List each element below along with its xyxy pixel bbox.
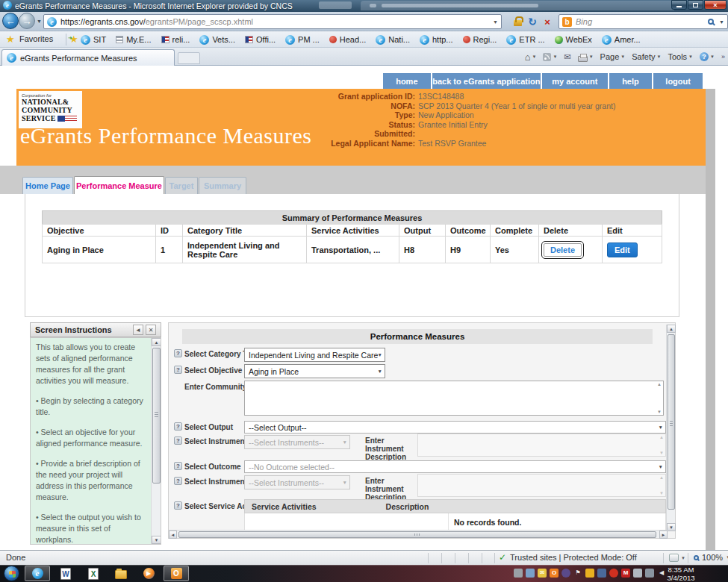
add-favorite-icon[interactable]: ★ xyxy=(69,34,78,45)
excel-icon: X xyxy=(88,568,99,580)
delete-button[interactable]: Delete xyxy=(544,243,582,257)
security-lock-icon[interactable] xyxy=(511,14,524,29)
print-button[interactable]: ▼ xyxy=(578,52,594,62)
taskbar-media-player-button[interactable]: ▶ xyxy=(136,566,161,581)
safety-menu[interactable]: Safety▼ xyxy=(632,52,661,61)
tray-action-center-flag-icon[interactable]: ⚑ xyxy=(573,569,582,578)
search-input[interactable]: b Bing ▼ xyxy=(559,14,728,29)
nav-home[interactable]: home xyxy=(383,73,431,89)
instrument-description-label: Enter Instrument Description xyxy=(365,436,414,461)
tab-performance-measure[interactable]: Performance Measure xyxy=(74,176,164,194)
favorites-star-icon[interactable]: ★ xyxy=(6,34,15,45)
help-icon: ? xyxy=(700,52,709,61)
favorites-label[interactable]: Favorites xyxy=(19,34,53,43)
objective-select[interactable]: Aging in Place xyxy=(244,364,385,378)
tray-app-icon[interactable] xyxy=(561,569,570,578)
back-button[interactable]: ← xyxy=(2,13,19,29)
tab-home-page[interactable]: Home Page xyxy=(22,177,73,194)
nav-back-to-egrants[interactable]: back to eGrants application xyxy=(432,73,541,89)
collapse-panel-icon[interactable]: ◄ xyxy=(133,325,143,335)
taskbar-explorer-button[interactable] xyxy=(108,566,134,581)
close-button[interactable]: × xyxy=(704,0,727,10)
read-mail-button[interactable]: ✉ xyxy=(564,52,570,62)
tray-clipboard-icon[interactable] xyxy=(633,569,642,578)
instructions-scrollbar[interactable]: ▲ ▼ xyxy=(151,338,161,544)
favorite-link[interactable]: eNati... xyxy=(376,35,410,45)
search-dropdown-icon[interactable]: ▼ xyxy=(719,19,724,25)
status-tools-button[interactable]: ▼ xyxy=(669,554,685,562)
tools-menu[interactable]: Tools▼ xyxy=(668,52,693,61)
help-tip-icon[interactable]: ? xyxy=(174,436,182,445)
page-menu[interactable]: Page▼ xyxy=(600,52,626,61)
address-input[interactable]: e https://egrants.cns.gov/egrantsPM/page… xyxy=(43,14,502,29)
edit-button[interactable]: Edit xyxy=(607,242,638,257)
recent-pages-dropdown-icon[interactable]: ▼ xyxy=(37,19,42,24)
favorite-link[interactable]: ehttp... xyxy=(420,35,453,45)
community-need-textarea[interactable] xyxy=(244,381,664,416)
form-vertical-scrollbar[interactable]: ▲ ▼ xyxy=(666,325,675,531)
nav-my-account[interactable]: my account xyxy=(542,73,608,89)
nav-help[interactable]: help xyxy=(609,73,653,89)
help-tip-icon[interactable]: ? xyxy=(174,501,182,510)
col-category-title: Category Title xyxy=(183,225,307,237)
search-magnifier-icon[interactable] xyxy=(708,19,714,25)
tray-lock-icon[interactable] xyxy=(585,569,594,578)
favorite-link[interactable]: eVets... xyxy=(199,35,235,45)
favorite-link[interactable]: WebEx xyxy=(555,35,592,44)
taskbar-ie-button[interactable]: e xyxy=(25,566,50,581)
output-select[interactable]: --Select Output-- xyxy=(244,421,666,434)
folder-icon xyxy=(115,570,127,579)
favorite-link[interactable]: eAmer... xyxy=(602,35,641,45)
favorite-link[interactable]: My.E... xyxy=(116,35,151,44)
outcome-select[interactable]: --No Outcome selected-- xyxy=(244,460,666,473)
help-button[interactable]: ?▼ xyxy=(700,52,715,61)
ie-icon: e xyxy=(376,35,385,45)
objective-label: Select Objective xyxy=(184,366,242,375)
category-select[interactable]: Independent Living and Respite Care xyxy=(244,348,385,362)
help-tip-icon[interactable]: ? xyxy=(174,366,182,374)
favorite-link[interactable]: Regi... xyxy=(463,35,497,44)
tray-outlook-icon[interactable]: O xyxy=(550,569,559,578)
minimize-button[interactable] xyxy=(671,0,687,10)
taskbar-outlook-button[interactable]: O xyxy=(164,566,189,581)
new-tab-button[interactable] xyxy=(178,52,200,64)
address-dropdown-icon[interactable]: ▼ xyxy=(493,19,498,25)
tray-mcafee-icon[interactable]: M xyxy=(621,569,630,578)
security-zone-text[interactable]: Trusted sites | Protected Mode: Off xyxy=(510,553,637,562)
help-tip-icon[interactable]: ? xyxy=(174,462,182,470)
taskbar-word-button[interactable]: W xyxy=(53,566,78,581)
no-records-text: No records found. xyxy=(454,518,521,527)
maximize-button[interactable] xyxy=(688,0,703,10)
start-button[interactable] xyxy=(4,566,19,581)
form-horizontal-scrollbar[interactable]: ◄ ► xyxy=(169,530,668,538)
favorite-link[interactable]: eETR ... xyxy=(506,35,544,45)
feeds-button[interactable]: ▼ xyxy=(543,53,557,61)
favorite-link[interactable]: ePM ... xyxy=(285,35,320,45)
nav-logout[interactable]: logout xyxy=(653,73,703,89)
tray-printer-icon[interactable] xyxy=(514,569,523,578)
browser-tab[interactable]: e eGrants Performance Measures xyxy=(1,49,175,66)
taskbar-excel-button[interactable]: X xyxy=(81,566,106,581)
zoom-control[interactable]: 100% ▼ xyxy=(694,553,728,562)
help-tip-icon[interactable]: ? xyxy=(174,477,182,485)
tray-display-icon[interactable] xyxy=(645,569,654,578)
taskbar-clock[interactable]: 8:35 AM 3/4/2013 xyxy=(660,566,702,582)
favorite-link[interactable]: Head... xyxy=(329,35,366,44)
overflow-chevron-icon[interactable]: » xyxy=(721,53,725,60)
favorite-link[interactable]: Offi... xyxy=(245,35,276,44)
refresh-button[interactable]: ↻ xyxy=(526,14,539,29)
favorite-link[interactable]: reli... xyxy=(161,35,190,44)
tray-user-icon[interactable] xyxy=(526,569,535,578)
tray-network-icon[interactable] xyxy=(597,569,606,578)
help-tip-icon[interactable]: ? xyxy=(174,349,182,357)
help-tip-icon[interactable]: ? xyxy=(174,422,182,431)
home-button[interactable]: ⌂▼ xyxy=(525,51,537,63)
forward-button[interactable]: → xyxy=(19,13,35,29)
close-panel-icon[interactable]: ✕ xyxy=(146,325,156,335)
tray-mail-icon[interactable]: ✉ xyxy=(538,569,547,578)
tray-antivirus-icon[interactable] xyxy=(609,569,618,578)
taskbar: e W X ▶ O ✉ O ⚑ M ◀ 8:35 AM 3/4/2013 xyxy=(0,565,728,582)
ie-logo-icon: e xyxy=(3,1,12,10)
favorite-link[interactable]: eSIT xyxy=(81,35,106,45)
stop-button[interactable]: × xyxy=(541,14,554,29)
